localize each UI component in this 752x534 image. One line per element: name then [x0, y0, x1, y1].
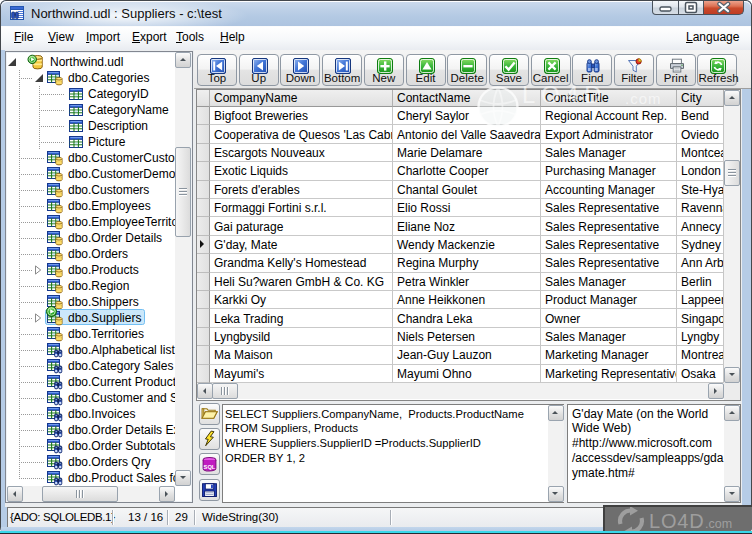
svg-text:LO4D: LO4D [649, 510, 704, 532]
svg-text:.com: .com [705, 517, 732, 531]
